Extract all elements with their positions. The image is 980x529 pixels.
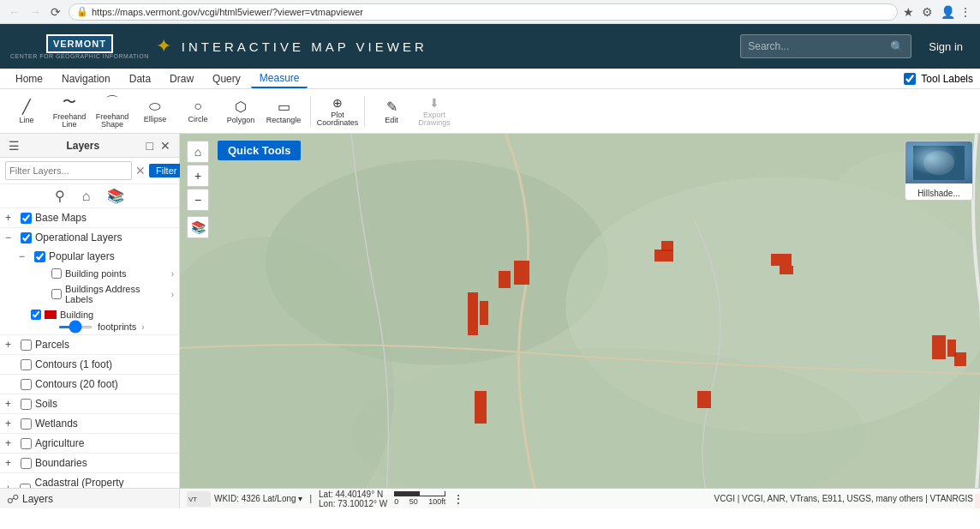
vt-logo: VERMONT [46,34,113,53]
layer-group-contours20: Contours (20 foot) [0,375,179,394]
nav-navigation[interactable]: Navigation [53,70,119,87]
bookmarks-button[interactable]: 📚 [187,216,209,238]
status-wkid-container: VT WKID: 4326 Lat/Long ▾ [187,491,302,507]
cadastral-header[interactable]: + Cadastral (Property Ownership) [0,473,179,488]
popular-layers-header[interactable]: − Popular layers [14,247,179,266]
layers-header: ☰ Layers □ ✕ [0,134,179,158]
operational-checkbox[interactable] [21,232,32,243]
tool-freehand-shape[interactable]: ⌒ Freehand Shape [93,92,132,131]
tool-labels-checkbox[interactable] [904,73,916,85]
add-parcels-icon: + [5,339,17,351]
parcels-checkbox[interactable] [21,340,32,351]
tool-edit-label: Edit [385,117,398,124]
back-button[interactable]: ← [7,4,22,20]
quick-tools-badge[interactable]: Quick Tools [218,141,301,160]
home-button[interactable]: ⌂ [187,141,209,163]
reload-button[interactable]: ⟳ [48,4,63,20]
contours20-header[interactable]: Contours (20 foot) [0,375,179,394]
svg-rect-9 [661,241,673,251]
status-wkid[interactable]: WKID: 4326 Lat/Long ▾ [214,494,302,503]
bookmark-icon[interactable]: ★ [903,5,917,19]
filter-input[interactable] [5,161,132,180]
agriculture-header[interactable]: + Agriculture [0,434,179,453]
puzzle-icon[interactable]: ⚙ [922,5,935,19]
layers-close-icon[interactable]: ✕ [158,137,172,154]
wetlands-header[interactable]: + Wetlands [0,414,179,433]
layer-building-points[interactable]: Building points › [14,266,179,281]
filter-button[interactable]: Filter [149,164,183,177]
hillshade-widget[interactable]: Hillshade... [905,141,973,201]
zoom-out-button[interactable]: − [187,189,209,211]
tool-polygon[interactable]: ⬡ Polygon [221,92,260,131]
nav-query[interactable]: Query [204,70,249,87]
layer-group-operational-header[interactable]: − Operational Layers [0,228,179,247]
boundaries-checkbox[interactable] [21,458,32,469]
browser-chrome: ← → ⟳ 🔒 https://maps.vermont.gov/vcgi/ht… [0,0,980,24]
layers-expand-icon[interactable]: □ [145,137,155,154]
svg-rect-11 [480,301,488,325]
layers-menu-icon[interactable]: ☰ [7,137,21,154]
nav-data[interactable]: Data [121,70,159,87]
nav-home[interactable]: Home [7,70,51,87]
nav-measure[interactable]: Measure [251,69,308,88]
tool-polygon-label: Polygon [227,117,255,124]
tool-edit[interactable]: ✎ Edit [372,92,411,131]
compass-icon[interactable]: ⚲ [55,188,65,204]
agriculture-checkbox[interactable] [21,438,32,449]
soils-header[interactable]: + Soils [0,394,179,413]
tool-plot-coords[interactable]: ⊕ Plot Coordinates [318,92,357,131]
status-expand-icon[interactable]: ⋮ [452,492,464,506]
zoom-in-button[interactable]: + [187,165,209,187]
buildings-address-checkbox[interactable] [51,289,62,299]
filter-clear-button[interactable]: ✕ [135,164,146,177]
boundaries-header[interactable]: + Boundaries [0,454,179,472]
tool-line[interactable]: ╱ Line [7,92,46,131]
tool-freehand-line[interactable]: 〜 Freehand Line [50,92,89,131]
map-controls: ⌂ + − 📚 [187,141,209,238]
layer-group-basemaps-header[interactable]: + Base Maps [0,208,179,227]
building-points-checkbox[interactable] [51,268,62,279]
building-swatch [45,310,57,319]
layers-bottom-label: Layers [22,493,53,505]
contours1-checkbox[interactable] [21,359,32,370]
user-icon[interactable]: 👤 [941,5,954,19]
basemaps-checkbox[interactable] [21,213,32,224]
parcels-header[interactable]: + Parcels [0,335,179,354]
building-footprints-checkbox[interactable] [31,310,41,320]
tool-rectangle[interactable]: ▭ Rectangle [264,92,303,131]
map-area[interactable]: ⌂ + − 📚 Quick Tools [180,134,980,508]
soils-checkbox[interactable] [21,399,32,410]
svg-rect-13 [780,266,793,274]
building-expand-arrow: › [141,322,144,332]
tool-circle[interactable]: ○ Circle [178,92,218,131]
wetlands-checkbox[interactable] [21,418,32,430]
status-separator: | [309,494,312,503]
forward-button[interactable]: → [27,4,43,20]
status-lon: Lon: 73.10012° W [319,499,387,508]
nav-draw[interactable]: Draw [161,70,202,87]
layer-opacity-slider[interactable] [58,326,93,328]
sign-in-button[interactable]: Sign in [922,37,970,57]
home-map-icon[interactable]: ⌂ [82,189,91,204]
scale-bar: 0 50 100ft [394,491,445,506]
tool-ellipse[interactable]: ⬭ Ellipse [135,92,175,131]
agriculture-label: Agriculture [35,437,84,449]
book-icon[interactable]: 📚 [107,188,124,204]
layer-buildings-address[interactable]: Buildings Address Labels › [14,281,179,307]
line-icon: ╱ [22,99,31,115]
logo: VERMONT CENTER FOR GEOGRAPHIC INFORMATIO… [10,34,171,59]
menu-icon[interactable]: ⋮ [959,5,973,19]
toolbar-separator [310,96,311,127]
url-bar[interactable]: 🔒 https://maps.vermont.gov/vcgi/html5vie… [69,3,898,21]
layers-stack-icon: ☍ [7,492,19,506]
popular-checkbox[interactable] [34,251,45,262]
contours20-checkbox[interactable] [21,379,32,390]
contours1-header[interactable]: Contours (1 foot) [0,355,179,374]
plot-coords-icon: ⊕ [332,96,343,110]
svg-rect-10 [468,292,478,335]
layers-bottom-bar[interactable]: ☍ Layers [0,488,179,508]
header-search-container[interactable]: 🔍 [740,34,911,58]
tool-export-drawings: ⬇ Export Drawings [415,92,454,131]
layer-group-agriculture: + Agriculture [0,434,179,454]
search-input[interactable] [748,40,885,52]
